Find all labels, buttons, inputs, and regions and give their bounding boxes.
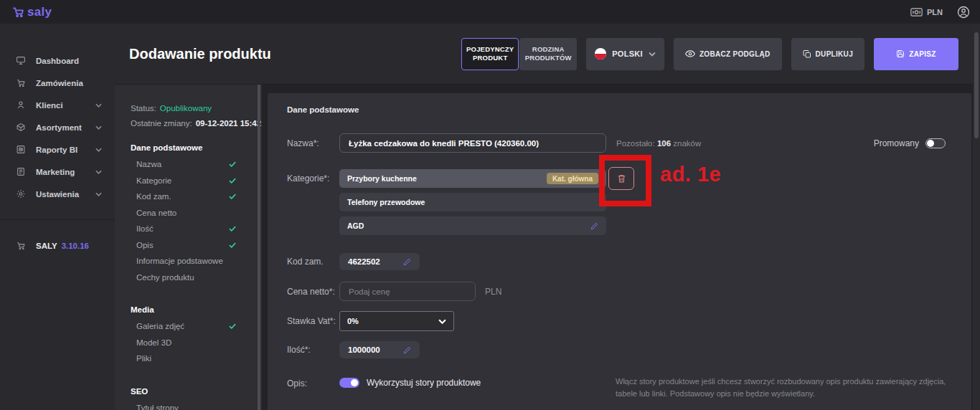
subnav-item-model-3d[interactable]: Model 3D	[131, 335, 262, 351]
status-line: Status: Opublikowany	[131, 100, 262, 115]
preview-button[interactable]: ZOBACZ PODGLĄD	[674, 38, 782, 70]
delete-category-button[interactable]	[608, 167, 634, 190]
cart-logo-icon	[11, 6, 25, 18]
user-icon	[16, 100, 27, 110]
pencil-icon[interactable]	[403, 346, 411, 354]
chevron-down-icon	[95, 103, 102, 108]
sidebar-item-dashboard[interactable]: Dashboard	[0, 49, 115, 72]
preview-label: ZOBACZ PODGLĄD	[699, 50, 771, 58]
story-toggle[interactable]	[339, 378, 359, 388]
category-name: AGD	[347, 221, 364, 230]
quantity-field[interactable]: 1000000	[339, 341, 420, 358]
chevron-down-icon	[649, 52, 656, 57]
subnav-item-nazwa[interactable]: Nazwa	[131, 156, 262, 173]
duplicate-label: DUPLIKUJ	[816, 50, 853, 58]
net-price-row: Cena netto*: PLN	[287, 282, 971, 301]
sidebar-item-raporty-bi[interactable]: Raporty BI	[0, 138, 115, 161]
chevron-down-icon	[438, 319, 446, 324]
app-logo[interactable]: saly	[11, 5, 52, 19]
quantity-label: Ilość*:	[287, 345, 339, 355]
name-input[interactable]	[339, 133, 606, 153]
gear-icon	[16, 189, 27, 199]
category-item[interactable]: AGD	[339, 216, 606, 235]
category-item[interactable]: Telefony przewodowe	[339, 193, 606, 211]
subnav-item-pliki[interactable]: Pliki	[131, 351, 262, 367]
subnav-group-dane-podstawowe: Dane podstawowe	[131, 139, 262, 156]
net-price-input[interactable]	[339, 282, 476, 301]
subnav-item-kod-zam[interactable]: Kod zam.	[131, 189, 262, 205]
vat-rate-value: 0%	[347, 317, 359, 325]
name-row: Nazwa*: Pozostało: 106 znaków Promowany	[287, 133, 971, 153]
subnav-item-informacje-podstawowe[interactable]: Informacje podstawowe	[131, 253, 262, 270]
sidebar-item-zamowienia[interactable]: Zamówienia	[0, 72, 115, 94]
promoted-toggle[interactable]	[925, 138, 946, 148]
bi-report-icon	[16, 145, 27, 154]
sidebar-item-label: Klienci	[36, 101, 63, 110]
sidebar-item-label: Ustawienia	[36, 190, 79, 199]
cart-icon	[16, 78, 27, 87]
tab-product-family[interactable]: RODZINA PRODUKTÓW	[519, 38, 577, 70]
sidebar-item-label: Asortyment	[36, 123, 82, 132]
order-code-field[interactable]: 4622502	[339, 253, 420, 270]
sidebar-item-klienci[interactable]: Klienci	[0, 94, 115, 116]
story-toggle-label: Wykorzystuj story produktowe	[367, 378, 481, 388]
sidebar-item-ustawienia[interactable]: Ustawienia	[0, 183, 115, 205]
pencil-icon[interactable]	[403, 258, 411, 266]
changed-value: 09-12-2021 15:42	[196, 119, 261, 128]
product-subnav: Status: Opublikowany Ostatnie zmiany: 09…	[115, 85, 262, 410]
user-circle-icon	[957, 6, 970, 19]
trash-icon	[617, 173, 626, 183]
subnav-item-cechy-produktu[interactable]: Cechy produktu	[131, 270, 262, 286]
description-label: Opis:	[287, 378, 339, 388]
category-list: Przybory kuchenne Kat. główna Telefony p…	[339, 169, 606, 235]
logo-text: saly	[27, 5, 52, 19]
categories-label: Kategorie*:	[287, 169, 339, 183]
status-value: Opublikowany	[160, 104, 212, 113]
vat-rate-select[interactable]: 0%	[339, 311, 454, 331]
eye-icon	[685, 50, 695, 57]
duplicate-button[interactable]: DUPLIKUJ	[791, 38, 864, 70]
description-row: Opis: Wykorzystuj story produktowe Włącz…	[287, 378, 971, 388]
subnav-group-media: Media	[131, 301, 262, 318]
sidebar-version: SALY 3.10.16	[0, 234, 115, 257]
language-dropdown[interactable]: POLSKI	[586, 38, 664, 70]
quantity-row: Ilość*: 1000000	[287, 341, 971, 358]
check-icon	[229, 242, 236, 248]
pencil-icon[interactable]	[590, 222, 598, 230]
categories-row: Kategorie*: Przybory kuchenne Kat. główn…	[287, 169, 971, 235]
vat-rate-row: Stawka Vat*: 0%	[287, 311, 971, 331]
subnav-item-cena-netto[interactable]: Cena netto	[131, 205, 262, 221]
check-icon	[229, 323, 236, 329]
order-code-label: Kod zam.	[287, 257, 339, 267]
subnav-item-tytul-strony[interactable]: Tytuł strony	[131, 400, 262, 410]
sidebar-item-label: Marketing	[36, 168, 75, 176]
subnav-item-ilosc[interactable]: Ilość	[131, 221, 262, 237]
scrollbar-thumb[interactable]	[974, 32, 979, 138]
subnav-group-seo: SEO	[131, 383, 262, 400]
category-item-main[interactable]: Przybory kuchenne Kat. główna	[339, 169, 606, 188]
annotation-text: ad. 1e	[660, 163, 721, 186]
sidebar-item-label: Raporty BI	[36, 146, 77, 154]
sidebar-item-asortyment[interactable]: Asortyment	[0, 116, 115, 138]
app-name: SALY	[36, 242, 57, 250]
last-changed-line: Ostatnie zmiany: 09-12-2021 15:42	[131, 115, 262, 130]
check-icon	[229, 194, 236, 199]
chevron-down-icon	[95, 192, 102, 196]
subnav-item-opis[interactable]: Opis	[131, 237, 262, 254]
status-label: Status:	[131, 104, 156, 113]
promoted-control: Promowany	[874, 138, 946, 148]
subnav-item-galeria-zdjec[interactable]: Galeria zdjęć	[131, 318, 262, 335]
profile-button[interactable]	[957, 6, 970, 19]
chars-remaining: Pozostało: 106 znaków	[616, 139, 701, 148]
subnav-item-kategorie[interactable]: Kategorie	[131, 173, 262, 189]
sidebar-item-marketing[interactable]: Marketing	[0, 161, 115, 183]
save-label: ZAPISZ	[909, 50, 936, 58]
page-scrollbar[interactable]	[973, 24, 980, 410]
main-content: Dane podstawowe Nazwa*: Pozostało: 106 z…	[262, 85, 973, 410]
currency-selector[interactable]: PLN	[910, 8, 943, 16]
page-title: Dodawanie produktu	[129, 46, 271, 62]
tab-single-product[interactable]: POJEDYNCZY PRODUKT	[461, 38, 519, 70]
description-hint: Włącz story produktowe jeśli chcesz stwo…	[616, 376, 953, 399]
save-button[interactable]: ZAPISZ	[874, 38, 958, 70]
topbar: saly PLN	[0, 0, 980, 24]
